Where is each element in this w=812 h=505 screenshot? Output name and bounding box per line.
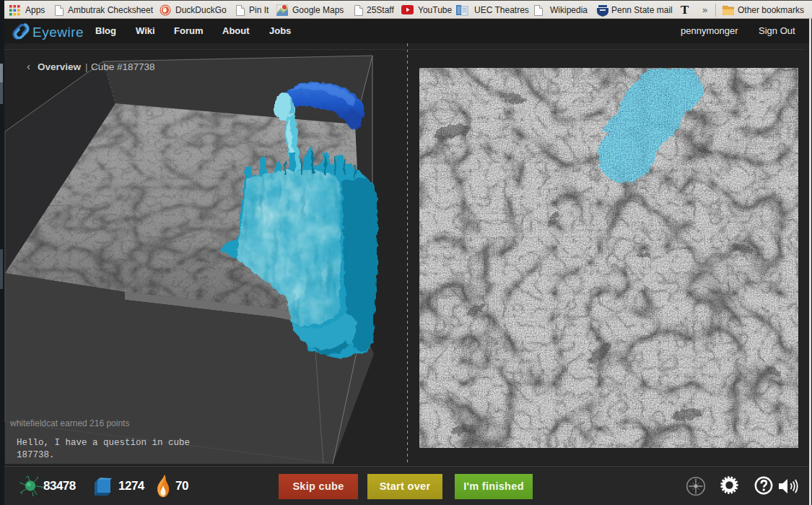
svg-text:|: | (85, 61, 88, 72)
svg-text:Overview: Overview (38, 61, 82, 72)
svg-text:Cube #187738: Cube #187738 (91, 61, 155, 72)
svg-text:187738.: 187738. (17, 450, 55, 460)
svg-text:Hello, I have a question in cu: Hello, I have a question in cube (17, 438, 190, 448)
svg-text:‹: ‹ (27, 60, 30, 72)
svg-text:whitefieldcat earned 216 point: whitefieldcat earned 216 points (9, 418, 129, 428)
